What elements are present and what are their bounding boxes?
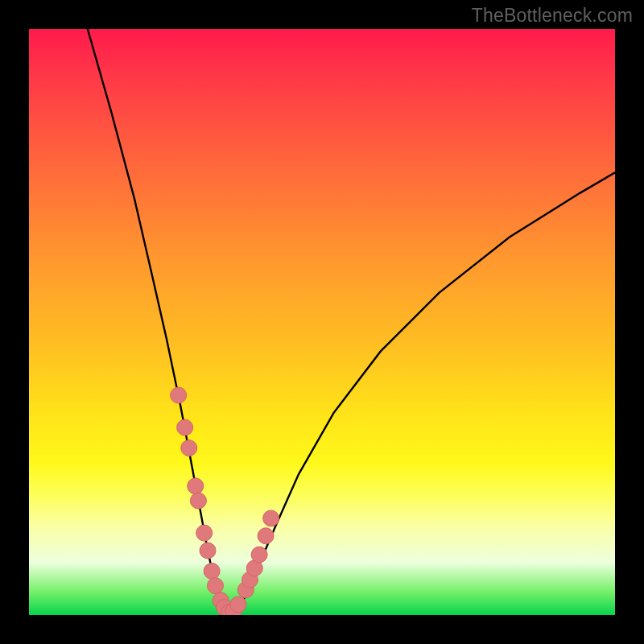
chart-svg <box>29 29 615 615</box>
marker-dot <box>230 597 246 613</box>
marker-dot <box>263 510 279 526</box>
marker-dot <box>196 525 213 541</box>
marker-dot <box>204 563 220 579</box>
marker-dot <box>258 528 274 544</box>
marker-dot <box>208 578 224 594</box>
marker-dot <box>181 440 197 456</box>
marker-dot <box>188 478 204 494</box>
marker-dot <box>200 543 216 559</box>
marker-group <box>171 387 279 615</box>
marker-dot <box>177 419 193 436</box>
marker-dot <box>171 387 187 403</box>
marker-dot <box>251 547 267 563</box>
marker-dot <box>190 493 206 509</box>
bottleneck-curve <box>88 29 615 614</box>
plot-area <box>29 29 615 615</box>
chart-stage: TheBottleneck.com <box>0 0 644 644</box>
watermark-text: TheBottleneck.com <box>472 5 633 27</box>
